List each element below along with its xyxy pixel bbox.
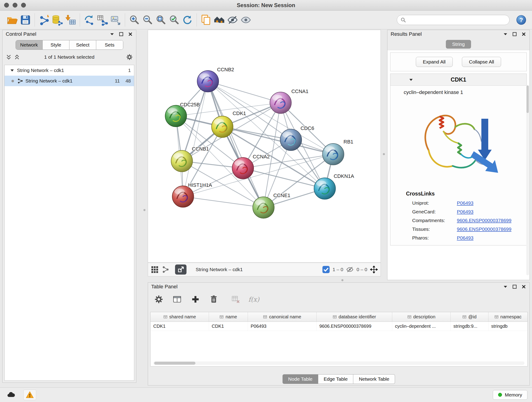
cell-description[interactable]: cyclin–dependent ... xyxy=(392,322,451,331)
network-node-CCNB2[interactable]: CCNB2 xyxy=(197,67,234,92)
table-row[interactable]: CDK1 CDK1 P06493 9606.ENSP00000378699 cy… xyxy=(151,322,527,331)
column-header[interactable]: shared name xyxy=(151,312,209,322)
refresh-button[interactable] xyxy=(181,13,194,27)
cell-shared-name[interactable]: CDK1 xyxy=(151,322,209,331)
hidden-eye-slash-icon[interactable] xyxy=(346,266,354,274)
results-scrollbar[interactable] xyxy=(526,85,529,275)
panel-close-icon[interactable] xyxy=(128,32,133,37)
image-view-button[interactable] xyxy=(109,13,122,27)
network-canvas[interactable]: CCNB2CCNA1CDC25BCDK1CDC6RB1CCNB1CCNA2CDK… xyxy=(148,30,380,262)
cell-id[interactable]: stringdb:9... xyxy=(451,322,488,331)
show-all-views-button[interactable] xyxy=(213,13,226,27)
tab-edge-table[interactable]: Edge Table xyxy=(318,374,354,384)
table-options-button[interactable] xyxy=(153,294,165,305)
memory-button[interactable]: Memory xyxy=(493,390,527,400)
cell-database-identifier[interactable]: 9606.ENSP00000378699 xyxy=(317,322,392,331)
tree-expand-icon[interactable] xyxy=(10,68,14,72)
splitter-handle[interactable] xyxy=(143,209,146,211)
column-header[interactable]: canonical name xyxy=(248,312,317,322)
close-window-button[interactable] xyxy=(4,3,9,7)
splitter-handle[interactable] xyxy=(341,279,343,281)
expand-all-button[interactable]: Expand All xyxy=(416,57,453,67)
network-collection-row[interactable]: String Network – cdk1 1 xyxy=(5,65,134,76)
network-node-CCNB1[interactable]: CCNB1 xyxy=(171,146,209,172)
selected-checkbox-icon[interactable] xyxy=(322,266,330,274)
import-network-from-file-button[interactable] xyxy=(37,13,51,27)
zoom-out-button[interactable] xyxy=(141,13,154,27)
delete-column-button[interactable] xyxy=(208,294,220,305)
panel-float-icon[interactable] xyxy=(503,32,508,37)
new-network-button[interactable] xyxy=(82,13,96,27)
show-columns-button[interactable] xyxy=(171,294,183,305)
import-table-from-file-button[interactable] xyxy=(64,13,77,27)
cell-namespace[interactable]: stringdb xyxy=(488,322,527,331)
network-row-selected[interactable]: String Network – cdk1 11 48 xyxy=(5,76,134,86)
network-node-CDC6[interactable]: CDC6 xyxy=(280,125,314,151)
gene-card-header[interactable]: CDK1 xyxy=(390,74,526,86)
tab-node-table[interactable]: Node Table xyxy=(283,374,318,384)
help-button[interactable]: ? xyxy=(516,15,526,25)
save-session-button[interactable] xyxy=(19,13,32,27)
panel-close-icon[interactable] xyxy=(521,284,526,289)
create-column-button[interactable] xyxy=(190,294,201,305)
copy-button[interactable] xyxy=(199,13,213,27)
panel-float-icon[interactable] xyxy=(503,284,508,289)
hide-details-button[interactable] xyxy=(226,13,239,27)
warnings-button[interactable] xyxy=(23,390,36,400)
function-builder-button[interactable]: f(x) xyxy=(248,296,259,303)
tab-style[interactable]: Style xyxy=(43,40,70,50)
column-header[interactable]: description xyxy=(392,312,451,322)
tab-string[interactable]: String xyxy=(446,40,471,49)
column-header[interactable]: namespac xyxy=(488,312,527,322)
search-input[interactable] xyxy=(397,15,510,25)
import-network-from-database-button[interactable] xyxy=(51,13,64,27)
network-node-HIST1H1A[interactable]: HIST1H1A xyxy=(172,182,212,207)
minimize-window-button[interactable] xyxy=(13,3,17,7)
network-options-gear-icon[interactable] xyxy=(126,54,133,61)
crosslink-uniprot[interactable]: P06493 xyxy=(457,200,473,206)
collapse-gene-icon[interactable] xyxy=(409,77,413,82)
crosslink-pharos[interactable]: P06493 xyxy=(457,235,473,241)
open-session-button[interactable] xyxy=(6,13,19,27)
cell-canonical-name[interactable]: P06493 xyxy=(248,322,317,331)
collapse-all-button[interactable]: Collapse All xyxy=(462,57,501,67)
column-header[interactable]: name xyxy=(209,312,248,322)
panel-maximize-icon[interactable] xyxy=(119,32,124,37)
crosslink-genecard[interactable]: P06493 xyxy=(457,209,473,215)
network-edge[interactable] xyxy=(208,81,264,208)
pan-crosshair-icon[interactable] xyxy=(370,266,378,274)
network-node-CCNA1[interactable]: CCNA1 xyxy=(270,89,308,114)
column-header[interactable]: @id xyxy=(451,312,488,322)
network-node-CDKN1A[interactable]: CDKN1A xyxy=(314,173,354,199)
network-edge[interactable] xyxy=(183,197,264,208)
splitter-handle[interactable] xyxy=(383,153,385,155)
network-edge[interactable] xyxy=(208,81,280,103)
zoom-fit-button[interactable] xyxy=(154,13,167,27)
panel-maximize-icon[interactable] xyxy=(512,284,517,289)
network-node-CDK1[interactable]: CDK1 xyxy=(211,110,246,138)
network-edge[interactable] xyxy=(183,81,208,197)
zoom-selected-button[interactable] xyxy=(167,13,181,27)
tab-sets[interactable]: Sets xyxy=(96,40,123,50)
network-canvas-panel[interactable]: CCNB2CCNA1CDC25BCDK1CDC6RB1CCNB1CCNA2CDK… xyxy=(148,30,381,263)
cell-name[interactable]: CDK1 xyxy=(209,322,248,331)
crosslink-compartments[interactable]: 9606.ENSP00000378699 xyxy=(457,218,511,223)
panel-maximize-icon[interactable] xyxy=(512,32,517,37)
show-details-button[interactable] xyxy=(239,13,253,27)
network-from-table-button[interactable] xyxy=(96,13,109,27)
birds-eye-view-icon[interactable] xyxy=(151,266,158,274)
table-horizontal-scrollbar[interactable] xyxy=(153,361,525,365)
string-network-icon[interactable] xyxy=(162,266,170,274)
tab-network[interactable]: Network xyxy=(16,40,43,50)
network-node-RB1[interactable]: RB1 xyxy=(322,139,353,165)
panel-float-icon[interactable] xyxy=(109,32,114,37)
cloud-status-button[interactable] xyxy=(5,390,17,400)
export-image-button[interactable] xyxy=(175,264,186,274)
delete-table-button[interactable] xyxy=(230,294,241,305)
tab-select[interactable]: Select xyxy=(70,40,96,50)
maximize-window-button[interactable] xyxy=(21,3,26,7)
tab-network-table[interactable]: Network Table xyxy=(353,374,395,384)
column-header[interactable]: database identifier xyxy=(317,312,392,322)
crosslink-tissues[interactable]: 9606.ENSP00000378699 xyxy=(457,226,511,232)
zoom-in-button[interactable] xyxy=(128,13,141,27)
